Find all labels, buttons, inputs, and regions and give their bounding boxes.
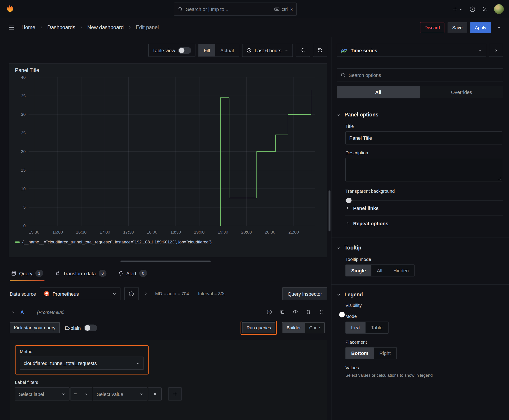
tooltip-mode-hidden[interactable]: Hidden bbox=[388, 265, 414, 276]
svg-text:15: 15 bbox=[21, 168, 26, 172]
section-legend-label: Legend bbox=[344, 292, 363, 298]
options-search-input[interactable] bbox=[349, 72, 499, 78]
section-legend[interactable]: Legend bbox=[337, 292, 503, 298]
legend-series-label[interactable]: {__name__="cloudflared_tunnel_total_requ… bbox=[23, 239, 211, 244]
panel-title-input[interactable] bbox=[345, 131, 502, 144]
code-option[interactable]: Code bbox=[305, 323, 324, 333]
run-queries-button[interactable]: Run queries bbox=[242, 322, 275, 333]
remove-filter-button[interactable] bbox=[148, 388, 162, 400]
legend-mode-table[interactable]: Table bbox=[365, 322, 388, 333]
panel-links-section[interactable]: Panel links bbox=[345, 201, 503, 216]
section-tooltip[interactable]: Tooltip bbox=[337, 245, 503, 251]
chevron-right-icon bbox=[345, 206, 350, 210]
builder-option[interactable]: Builder bbox=[282, 323, 305, 333]
collapse-header-button[interactable] bbox=[494, 23, 504, 32]
query-options-expander[interactable] bbox=[143, 290, 149, 297]
kick-start-button[interactable]: Kick start your query bbox=[10, 322, 60, 333]
section-panel-options[interactable]: Panel options bbox=[337, 112, 503, 118]
query-ref-id[interactable]: A bbox=[20, 309, 24, 315]
section-tooltip-label: Tooltip bbox=[344, 245, 361, 251]
legend-placement-right[interactable]: Right bbox=[374, 347, 396, 359]
svg-text:20:00: 20:00 bbox=[241, 230, 252, 234]
zoom-out-button[interactable] bbox=[296, 44, 310, 57]
table-view-toggle[interactable] bbox=[178, 47, 191, 54]
discard-button[interactable]: Discard bbox=[420, 22, 444, 33]
search-input[interactable] bbox=[186, 6, 271, 12]
news-button[interactable] bbox=[480, 4, 489, 14]
legend-values-label: Values bbox=[345, 365, 503, 370]
datasource-picker[interactable]: Prometheus bbox=[40, 287, 121, 300]
duplicate-query-button[interactable] bbox=[279, 309, 286, 315]
time-range-picker[interactable]: Last 6 hours bbox=[242, 44, 293, 57]
explain-toggle[interactable] bbox=[84, 324, 97, 331]
actual-option[interactable]: Actual bbox=[215, 44, 239, 57]
user-avatar[interactable] bbox=[494, 4, 504, 14]
breadcrumb-new-dashboard[interactable]: New dashboard bbox=[87, 24, 124, 30]
transparent-bg-field: Transparent background bbox=[345, 188, 503, 194]
add-new-button[interactable] bbox=[450, 4, 465, 14]
help-button[interactable]: ? bbox=[467, 4, 478, 15]
svg-text:?: ? bbox=[471, 8, 473, 11]
breadcrumb-home[interactable]: Home bbox=[21, 24, 35, 30]
tab-query[interactable]: Query 1 bbox=[10, 266, 45, 281]
query-inspector-button[interactable]: Query inspector bbox=[282, 287, 327, 300]
visualization-picker[interactable]: Time series bbox=[337, 44, 486, 57]
run-queries-label: Run queries bbox=[246, 325, 271, 330]
tab-transform[interactable]: Transform data 0 bbox=[53, 266, 108, 281]
collapse-options-button[interactable] bbox=[489, 44, 503, 57]
refresh-button[interactable] bbox=[313, 44, 327, 57]
datasource-label: Data source bbox=[10, 291, 36, 297]
chevron-down-icon bbox=[337, 292, 341, 297]
operator-select[interactable]: = bbox=[70, 388, 92, 400]
metric-select[interactable]: cloudflared_tunnel_total_requests bbox=[20, 357, 144, 370]
value-select[interactable]: Select value bbox=[93, 388, 147, 400]
datasource-help-button[interactable]: ? bbox=[124, 287, 139, 300]
metric-label: Metric bbox=[20, 349, 144, 354]
query-row-collapse-button[interactable] bbox=[10, 309, 16, 315]
chevron-right-icon bbox=[128, 25, 132, 30]
grip-icon bbox=[319, 309, 324, 314]
menu-toggle-button[interactable] bbox=[6, 22, 17, 33]
time-series-chart[interactable]: 051015202530354015:3016:0016:3017:0017:3… bbox=[14, 75, 318, 239]
chevron-down-icon bbox=[284, 48, 289, 52]
chevron-right-icon bbox=[345, 221, 350, 225]
options-search[interactable] bbox=[337, 68, 503, 82]
hide-query-button[interactable] bbox=[292, 309, 299, 315]
delete-query-button[interactable] bbox=[305, 309, 312, 315]
options-tab-all[interactable]: All bbox=[337, 86, 420, 98]
fill-option[interactable]: Fill bbox=[199, 44, 215, 57]
grafana-logo[interactable] bbox=[5, 4, 20, 14]
add-filter-button[interactable] bbox=[168, 388, 182, 400]
legend-placement-label: Placement bbox=[345, 339, 503, 345]
keyboard-icon bbox=[274, 7, 279, 12]
options-tabs: All Overrides bbox=[337, 86, 503, 98]
save-button[interactable]: Save bbox=[448, 22, 467, 33]
breadcrumb-dashboards[interactable]: Dashboards bbox=[47, 24, 76, 30]
tooltip-mode-single[interactable]: Single bbox=[346, 265, 371, 276]
drag-query-handle[interactable] bbox=[318, 309, 325, 315]
svg-text:0: 0 bbox=[23, 224, 26, 228]
query-help-button[interactable]: ? bbox=[266, 309, 273, 315]
value-select-placeholder: Select value bbox=[97, 391, 123, 397]
query-row-header: A (Prometheus) ? bbox=[10, 309, 327, 315]
panel-description-input[interactable] bbox=[345, 158, 502, 181]
search-bar[interactable]: ctrl+k bbox=[174, 3, 297, 16]
label-filters-label: Label filters bbox=[15, 380, 322, 385]
tooltip-mode-all[interactable]: All bbox=[372, 265, 388, 276]
legend-mode-list[interactable]: List bbox=[346, 322, 365, 333]
pane-resize-handle[interactable] bbox=[121, 261, 211, 262]
legend-placement-bottom[interactable]: Bottom bbox=[346, 347, 374, 359]
label-filters: Label filters Select label = S bbox=[15, 380, 322, 400]
tab-alert[interactable]: Alert 0 bbox=[117, 266, 148, 281]
kick-start-label: Kick start your query bbox=[14, 325, 55, 330]
repeat-options-section[interactable]: Repeat options bbox=[345, 216, 503, 231]
legend-mode-label: Mode bbox=[345, 314, 503, 319]
svg-text:30: 30 bbox=[21, 112, 26, 117]
label-select[interactable]: Select label bbox=[15, 388, 69, 400]
main-scrollbar[interactable] bbox=[328, 190, 331, 231]
query-inspector-label: Query inspector bbox=[288, 291, 322, 297]
eye-icon bbox=[293, 309, 298, 314]
options-tab-overrides[interactable]: Overrides bbox=[420, 86, 503, 98]
chevron-down-icon bbox=[337, 113, 341, 117]
apply-button[interactable]: Apply bbox=[471, 22, 491, 33]
